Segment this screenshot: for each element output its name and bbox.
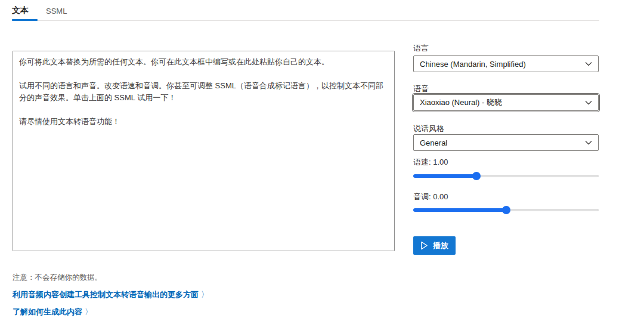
language-label: 语言 [413, 43, 429, 54]
tab-text[interactable]: 文本 [12, 5, 29, 16]
voice-label: 语音 [413, 84, 429, 94]
tab-bar-divider [12, 20, 599, 21]
voice-select-value: Xiaoxiao (Neural) - 晓晓 [420, 97, 502, 108]
link-label: 利用音频内容创建工具控制文本转语音输出的更多方面 [13, 290, 199, 299]
speaking-style-label: 说话风格 [413, 124, 444, 134]
chevron-down-icon [585, 140, 592, 145]
language-select-value: Chinese (Mandarin, Simplified) [420, 60, 526, 69]
active-tab-indicator [12, 19, 38, 21]
speaking-rate-slider[interactable] [413, 172, 599, 180]
text-to-speech-panel: 文本 SSML 你可将此文本替换为所需的任何文本。你可在此文本框中编写或在此处粘… [0, 0, 644, 324]
pitch-label: 音调: 0.00 [413, 192, 448, 202]
chevron-right-icon: 〉 [201, 290, 209, 299]
slider-thumb[interactable] [502, 206, 510, 214]
chevron-right-icon: 〉 [85, 307, 92, 316]
speaking-style-select-value: General [420, 138, 447, 147]
play-button[interactable]: 播放 [413, 236, 456, 255]
slider-thumb[interactable] [472, 172, 481, 180]
tab-ssml[interactable]: SSML [46, 7, 67, 16]
learn-how-generated-link[interactable]: 了解如何生成此内容〉 [13, 307, 92, 317]
data-storage-note: 注意：不会存储你的数据。 [13, 273, 102, 283]
language-select[interactable]: Chinese (Mandarin, Simplified) [413, 55, 599, 72]
play-icon [420, 241, 428, 250]
chevron-down-icon [585, 100, 592, 105]
tts-text-input[interactable]: 你可将此文本替换为所需的任何文本。你可在此文本框中编写或在此处粘贴你自己的文本。… [13, 51, 395, 251]
pitch-slider[interactable] [413, 206, 599, 214]
chevron-down-icon [585, 61, 592, 66]
audio-content-creation-link[interactable]: 利用音频内容创建工具控制文本转语音输出的更多方面〉 [13, 289, 209, 300]
speaking-rate-label: 语速: 1.00 [413, 157, 448, 168]
play-button-label: 播放 [433, 240, 448, 251]
link-label: 了解如何生成此内容 [13, 307, 82, 316]
voice-select[interactable]: Xiaoxiao (Neural) - 晓晓 [413, 94, 599, 111]
slider-fill [413, 174, 476, 178]
slider-fill [413, 208, 506, 212]
speaking-style-select[interactable]: General [413, 134, 599, 151]
